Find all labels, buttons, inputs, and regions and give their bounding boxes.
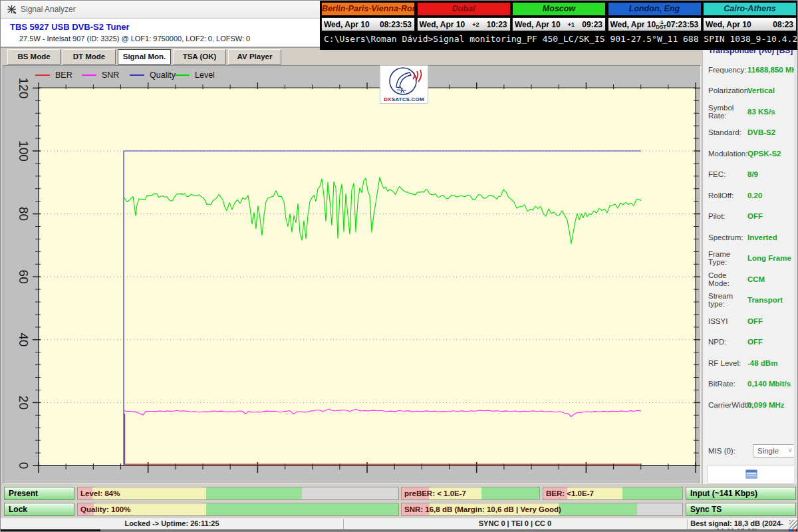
parameter-label: Spectrum: xyxy=(708,233,747,241)
parameter-row: Modulation:QPSK-S2 xyxy=(703,143,798,164)
parameter-row: Frame Type:Long Frame xyxy=(703,248,798,269)
bar-zone-green xyxy=(559,503,637,515)
clock-time-row: Wed, Apr 1008:23:53 xyxy=(321,17,415,31)
parameter-row: Frequency:11688,850 MHz xyxy=(703,59,798,80)
parameter-row: Pilot:OFF xyxy=(703,206,798,227)
tab-tsa-ok-[interactable]: TSA (OK) xyxy=(173,49,226,65)
parameter-row: Stream type:Transport xyxy=(703,290,798,311)
parameter-row: Code Mode:CCM xyxy=(703,269,798,290)
parameter-row: CarrierWidth:0,099 MHz xyxy=(703,394,798,416)
snr-bar-label: SNR: 16,8 dB (Margin: 10,6 dB | Very Goo… xyxy=(404,503,561,516)
parameter-value: Transport xyxy=(747,296,783,304)
parameter-label: Frequency: xyxy=(708,66,747,74)
bar-zone-green xyxy=(206,487,303,499)
parameter-value: 8/9 xyxy=(747,170,758,178)
clock-date: Wed, Apr 10 xyxy=(608,20,656,29)
bar-zone-gray xyxy=(637,503,682,515)
clock-time-row: Wed, Apr 1008:23 xyxy=(703,17,797,31)
clock-date: Wed, Apr 10 xyxy=(513,20,561,29)
parameter-value: Long Frame xyxy=(747,254,791,262)
legend-item-quality: Quality xyxy=(130,70,176,80)
parameter-row: ISSYIOFF xyxy=(703,311,798,332)
quality-bar-label: Quality: 100% xyxy=(80,503,130,516)
clock-time-row: Wed, Apr 10-1DST07:23:53 xyxy=(608,17,702,31)
mis-dropdown[interactable]: Single ˅ xyxy=(753,444,795,458)
preber-bar-label: preBER: < 1.0E-7 xyxy=(404,487,466,500)
parameter-value: 0.20 xyxy=(747,192,762,200)
input-button[interactable]: Input (~141 Kbps) xyxy=(686,487,796,500)
bar-zone-green xyxy=(481,487,539,499)
clock-london-eng: London, EngWed, Apr 10-1DST07:23:53 xyxy=(608,2,702,31)
parameter-label: Symbol Rate: xyxy=(708,104,747,120)
bar-zone-green xyxy=(622,487,682,499)
clock-city-label: London, Eng xyxy=(608,2,702,16)
tab-bs-mode[interactable]: BS Mode xyxy=(7,49,61,65)
window-title: Signal Analyzer xyxy=(21,5,76,14)
parameter-row: BitRate:0,140 Mbit/s xyxy=(703,374,798,395)
clock-console-panel: C:\Users\Roman Dávid>Signal monitoring_P… xyxy=(320,1,798,50)
sync-ts-button[interactable]: Sync TS xyxy=(686,503,796,516)
parameter-label: BitRate: xyxy=(708,380,747,388)
clock-city-label: Cairo-Athens xyxy=(703,2,797,16)
clock-utc-offset: +1 xyxy=(561,22,583,27)
transport-list-button[interactable] xyxy=(707,465,795,483)
snr-bar: SNR: 16,8 dB (Margin: 10,6 dB | Very Goo… xyxy=(401,503,683,516)
clock-time-row: Wed, Apr 10+210:23 xyxy=(417,17,511,31)
parameter-label: CarrierWidth: xyxy=(708,401,747,409)
y-axis-label: 60 xyxy=(17,270,31,284)
parameter-row: Standard:DVB-S2 xyxy=(703,122,798,144)
clock-date: Wed, Apr 10 xyxy=(322,20,370,29)
clock-city-label: Berlin-Paris-Vienna-Roma xyxy=(321,2,415,16)
status-sync-counters: SYNC 0 | TEI 0 | CC 0 xyxy=(343,519,687,527)
bar-zone-green xyxy=(206,503,398,515)
parameter-label: Pilot: xyxy=(708,212,747,220)
parameter-value: OFF xyxy=(747,317,763,325)
parameter-label: FEC: xyxy=(708,170,747,178)
tab-signal-mon-[interactable]: Signal Mon. xyxy=(118,49,171,65)
clock-utc-offset: +2 xyxy=(465,22,487,27)
legend-item-ber: BER xyxy=(35,70,72,80)
clock-moscow: MoscowWed, Apr 10+109:23 xyxy=(512,2,606,31)
tuner-title: TBS 5927 USB DVB-S2 Tuner xyxy=(10,22,130,32)
tuner-info-panel: TBS 5927 USB DVB-S2 Tuner 27.5W - Intels… xyxy=(1,19,321,47)
tab-bar: BS ModeDT ModeSignal Mon.TSA (OK)AV Play… xyxy=(1,47,798,65)
y-axis-label: 80 xyxy=(17,207,31,221)
legend-dash xyxy=(175,74,190,76)
tab-dt-mode[interactable]: DT Mode xyxy=(63,49,116,65)
parameter-label: Frame Type: xyxy=(708,250,747,266)
parameter-row: Symbol Rate:83 KS/s xyxy=(703,101,798,122)
clock-city-label: Dubai xyxy=(417,2,511,16)
parameter-list: Frequency:11688,850 MHzPolarization:Vert… xyxy=(703,59,798,416)
sidebar-scrollbar[interactable] xyxy=(794,47,798,484)
legend-label: BER xyxy=(55,70,72,80)
lock-button[interactable]: Lock xyxy=(4,503,74,516)
y-axis-label: 120 xyxy=(17,78,31,99)
parameter-label: Standard: xyxy=(708,128,747,136)
parameter-value: QPSK-S2 xyxy=(747,150,781,158)
parameter-value: OFF xyxy=(747,212,763,220)
resize-grip[interactable] xyxy=(789,520,798,529)
legend-item-level: Level xyxy=(175,70,215,80)
legend-label: Level xyxy=(195,70,215,80)
y-axis-label: 40 xyxy=(17,332,31,346)
tab-av-player[interactable]: AV Player xyxy=(228,49,281,65)
parameter-label: Code Mode: xyxy=(708,271,747,287)
parameter-value: 0,140 Mbit/s xyxy=(747,380,791,388)
level-bar: Level: 84% xyxy=(77,487,399,500)
taskbar-strip xyxy=(1,529,798,532)
tuner-subtitle: 27.5W - Intelsat 907 (ID: 3325) @ LOF1: … xyxy=(19,35,250,43)
status-divider xyxy=(687,519,688,529)
list-icon xyxy=(745,469,757,479)
signal-analyzer-window: Signal Analyzer TBS 5927 USB DVB-S2 Tune… xyxy=(0,0,798,532)
parameter-value: 11688,850 MHz xyxy=(747,66,798,74)
parameter-value: 0,099 MHz xyxy=(747,401,785,409)
clock-time: 09:23 xyxy=(582,20,605,29)
clock-time: 10:23 xyxy=(487,20,510,29)
clock-time: 07:23:53 xyxy=(666,20,701,29)
legend-label: Quality xyxy=(150,70,176,80)
parameter-value: 83 KS/s xyxy=(747,108,775,116)
parameter-row: NPD:OFF xyxy=(703,332,798,353)
clock-time: 08:23 xyxy=(773,20,796,29)
console-command-line: C:\Users\Roman Dávid>Signal monitoring_P… xyxy=(324,34,796,44)
present-button[interactable]: Present xyxy=(4,487,74,500)
